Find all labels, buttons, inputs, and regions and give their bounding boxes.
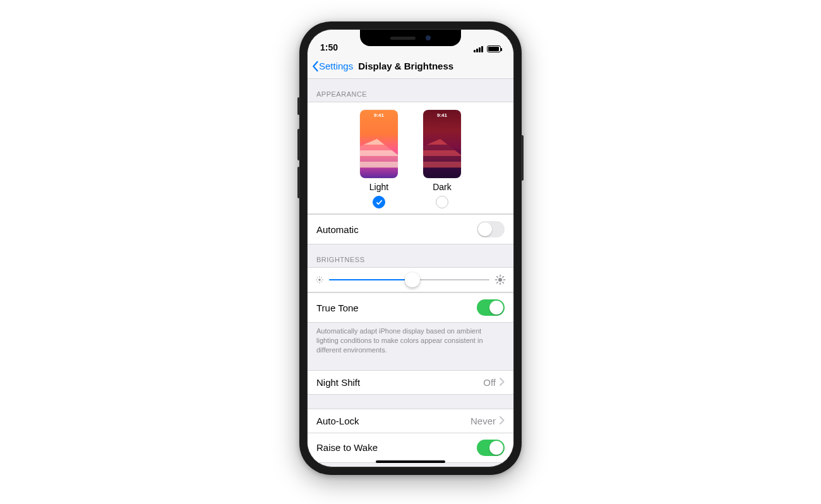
brightness-thumb[interactable] bbox=[405, 272, 420, 287]
chevron-right-icon bbox=[500, 416, 505, 426]
dark-preview: 9:41 bbox=[423, 110, 461, 178]
raise-to-wake-label: Raise to Wake bbox=[316, 442, 378, 453]
brightness-slider-row bbox=[308, 267, 513, 292]
section-header-appearance: APPEARANCE bbox=[308, 79, 513, 102]
svg-line-16 bbox=[497, 282, 498, 284]
chevron-left-icon bbox=[311, 61, 319, 72]
chevron-right-icon bbox=[500, 377, 505, 388]
night-shift-label: Night Shift bbox=[316, 377, 360, 388]
brightness-slider[interactable] bbox=[329, 279, 489, 280]
back-label: Settings bbox=[319, 61, 353, 71]
page-title: Display & Brightness bbox=[358, 61, 453, 71]
raise-to-wake-toggle[interactable] bbox=[477, 440, 505, 456]
section-header-brightness: BRIGHTNESS bbox=[308, 244, 513, 267]
row-night-shift[interactable]: Night Shift Off bbox=[308, 370, 513, 395]
battery-icon bbox=[487, 45, 501, 52]
back-button[interactable]: Settings bbox=[311, 61, 353, 72]
check-icon bbox=[376, 199, 383, 206]
row-true-tone: True Tone bbox=[308, 292, 513, 323]
row-automatic: Automatic bbox=[308, 214, 513, 244]
row-raise-to-wake: Raise to Wake bbox=[308, 433, 513, 463]
svg-line-17 bbox=[503, 277, 504, 278]
row-auto-lock[interactable]: Auto-Lock Never bbox=[308, 409, 513, 433]
true-tone-toggle[interactable] bbox=[477, 299, 505, 316]
volume-up bbox=[297, 129, 300, 160]
appearance-option-light[interactable]: 9:41 Light bbox=[360, 110, 398, 208]
dark-radio[interactable] bbox=[436, 196, 448, 208]
auto-lock-label: Auto-Lock bbox=[316, 416, 359, 426]
nav-bar: Settings Display & Brightness bbox=[308, 54, 513, 79]
night-shift-value: Off bbox=[483, 377, 496, 388]
screen: 1:50 Settings Display & Brightness APPEA… bbox=[307, 29, 514, 467]
status-time: 1:50 bbox=[320, 42, 338, 52]
settings-content: APPEARANCE 9:41 Light 9:41 Dark bbox=[308, 79, 513, 467]
sun-high-icon bbox=[494, 274, 506, 285]
sun-low-icon bbox=[315, 275, 324, 284]
true-tone-label: True Tone bbox=[316, 303, 359, 313]
light-preview: 9:41 bbox=[360, 110, 398, 178]
svg-line-7 bbox=[317, 282, 318, 282]
svg-line-8 bbox=[321, 277, 322, 278]
dark-label: Dark bbox=[433, 182, 452, 192]
svg-point-9 bbox=[498, 278, 502, 282]
iphone-frame: 1:50 Settings Display & Brightness APPEA… bbox=[299, 21, 522, 475]
cellular-signal-icon bbox=[474, 46, 483, 52]
svg-line-5 bbox=[317, 277, 318, 278]
side-button bbox=[521, 135, 524, 181]
speaker-grille bbox=[390, 37, 416, 40]
appearance-picker: 9:41 Light 9:41 Dark bbox=[308, 102, 513, 214]
automatic-toggle[interactable] bbox=[477, 221, 505, 237]
front-camera bbox=[426, 35, 431, 40]
appearance-option-dark[interactable]: 9:41 Dark bbox=[423, 110, 461, 208]
true-tone-footer: Automatically adapt iPhone display based… bbox=[308, 323, 513, 361]
svg-point-0 bbox=[318, 279, 321, 281]
light-label: Light bbox=[369, 182, 388, 192]
auto-lock-value: Never bbox=[470, 416, 496, 426]
svg-line-6 bbox=[321, 282, 322, 282]
volume-down bbox=[297, 167, 300, 198]
svg-line-15 bbox=[503, 282, 504, 284]
mute-switch bbox=[297, 97, 300, 115]
automatic-label: Automatic bbox=[316, 224, 359, 235]
home-indicator[interactable] bbox=[376, 460, 445, 463]
svg-line-14 bbox=[497, 277, 498, 278]
light-radio[interactable] bbox=[373, 196, 385, 208]
notch bbox=[360, 30, 461, 46]
